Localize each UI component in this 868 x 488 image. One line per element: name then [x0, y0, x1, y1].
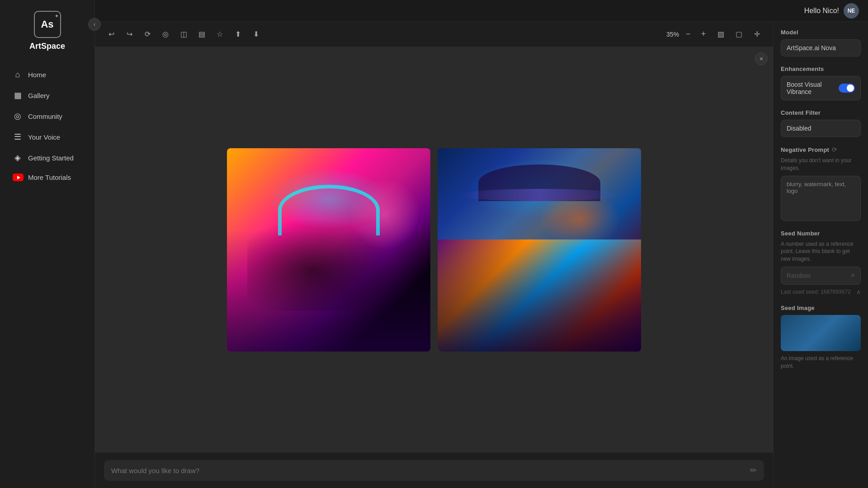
- sidebar-item-label: More Tutorials: [28, 174, 71, 181]
- prompt-input[interactable]: [111, 467, 745, 474]
- logo-box: As ✦: [34, 11, 61, 38]
- seed-image-description: An image used as a reference point.: [781, 355, 861, 370]
- sidebar-item-community[interactable]: ◎ Community: [5, 107, 89, 126]
- sidebar-item-label: Home: [28, 71, 46, 79]
- generated-image-left[interactable]: [227, 148, 430, 352]
- toolbar-right: 35% − + ▨ ▢ ✛: [666, 27, 764, 42]
- prompt-edit-button[interactable]: ✏: [750, 465, 757, 475]
- gallery-icon: ▦: [13, 90, 23, 100]
- download-button[interactable]: ⬇: [249, 27, 263, 42]
- negative-prompt-label: Negative Prompt: [781, 146, 829, 153]
- negative-prompt-section: Negative Prompt ⟳ Details you don't want…: [781, 146, 861, 221]
- last-seed-label: Last used seed: 1687693672: [781, 289, 851, 295]
- content-filter-section: Content Filter Disabled: [781, 109, 861, 137]
- canvas-wrapper: ↩ ↪ ⟳ ◎ ◫ ▤ ☆ ⬆ ⬇ 35% − +: [95, 22, 773, 488]
- sidebar-item-home[interactable]: ⌂ Home: [5, 66, 89, 84]
- target-button[interactable]: ◎: [158, 27, 173, 42]
- images-container: [95, 47, 773, 452]
- sidebar-item-label: Your Voice: [28, 133, 60, 141]
- layers-button[interactable]: ▤: [194, 27, 209, 42]
- content-filter-label: Content Filter: [781, 109, 861, 116]
- seed-input-row[interactable]: Random ×: [781, 267, 861, 285]
- seed-image-preview[interactable]: [781, 315, 861, 351]
- boost-toggle[interactable]: [839, 84, 855, 93]
- sidebar-item-label: Getting Started: [28, 154, 74, 162]
- seed-number-description: A number used as a reference point. Leav…: [781, 240, 861, 263]
- logo-text: As: [41, 19, 53, 30]
- right-panel: Model ArtSpace.ai Nova Enhancements Boos…: [773, 22, 868, 488]
- star-button[interactable]: ☆: [212, 27, 227, 42]
- youtube-icon: [13, 174, 23, 181]
- sidebar-item-gallery[interactable]: ▦ Gallery: [5, 86, 89, 105]
- community-icon: ◎: [13, 111, 23, 121]
- app-title: ArtSpace: [29, 42, 65, 51]
- logo-star: ✦: [55, 14, 58, 19]
- seed-number-section: Seed Number A number used as a reference…: [781, 230, 861, 296]
- user-header: Hello Nico! NE: [95, 0, 868, 22]
- zoom-display: 35% − +: [666, 28, 710, 41]
- model-label: Model: [781, 29, 861, 36]
- right-panel-scroll: Model ArtSpace.ai Nova Enhancements Boos…: [774, 22, 868, 488]
- prompt-input-container: ✏: [104, 460, 764, 481]
- sidebar-collapse-button[interactable]: ‹: [88, 18, 101, 31]
- generated-image-right[interactable]: [438, 148, 641, 352]
- redo-button[interactable]: ↪: [122, 27, 137, 42]
- upload-button[interactable]: ⬆: [231, 27, 245, 42]
- sidebar-item-label: Gallery: [28, 92, 50, 99]
- zoom-in-button[interactable]: +: [697, 28, 710, 41]
- sidebar-item-getting-started[interactable]: ◈ Getting Started: [5, 148, 89, 167]
- getting-started-icon: ◈: [13, 153, 23, 163]
- last-seed-row: Last used seed: 1687693672 ∧: [781, 288, 861, 296]
- image-view-button[interactable]: ▨: [713, 27, 728, 42]
- canvas-close-button[interactable]: ×: [755, 52, 768, 65]
- refresh-icon[interactable]: ⟳: [832, 146, 837, 153]
- enhancements-section: Enhancements Boost Visual Vibrance: [781, 66, 861, 100]
- frame-button[interactable]: ▢: [731, 27, 746, 42]
- sidebar-item-your-voice[interactable]: ☰ Your Voice: [5, 127, 89, 146]
- undo-button[interactable]: ↩: [104, 27, 118, 42]
- seed-image-label: Seed Image: [781, 305, 861, 311]
- sidebar-item-more-tutorials[interactable]: More Tutorials: [5, 169, 89, 186]
- negative-prompt-textarea[interactable]: [781, 176, 861, 221]
- canvas-area: ×: [95, 47, 773, 452]
- negative-prompt-header: Negative Prompt ⟳: [781, 146, 861, 153]
- toolbar: ↩ ↪ ⟳ ◎ ◫ ▤ ☆ ⬆ ⬇ 35% − +: [95, 22, 773, 47]
- model-value[interactable]: ArtSpace.ai Nova: [781, 39, 861, 56]
- seed-clear-button[interactable]: ×: [851, 272, 855, 280]
- negative-prompt-description: Details you don't want in your images.: [781, 157, 861, 172]
- close-icon: ×: [760, 55, 763, 62]
- seed-placeholder: Random: [787, 272, 811, 279]
- avatar: NE: [844, 3, 859, 19]
- move-button[interactable]: ✛: [750, 27, 764, 42]
- user-greeting: Hello Nico!: [804, 7, 839, 15]
- enhancements-label: Enhancements: [781, 66, 861, 72]
- enhancement-toggle-row[interactable]: Boost Visual Vibrance: [781, 76, 861, 100]
- content-body: ↩ ↪ ⟳ ◎ ◫ ▤ ☆ ⬆ ⬇ 35% − +: [95, 22, 868, 488]
- home-icon: ⌂: [13, 70, 23, 80]
- logo-container: As ✦ ArtSpace: [29, 11, 65, 51]
- toolbar-left: ↩ ↪ ⟳ ◎ ◫ ▤ ☆ ⬆ ⬇: [104, 27, 263, 42]
- content-filter-value[interactable]: Disabled: [781, 120, 861, 137]
- history-button[interactable]: ⟳: [140, 27, 155, 42]
- eraser-button[interactable]: ◫: [176, 27, 191, 42]
- seed-collapse-button[interactable]: ∧: [856, 288, 861, 296]
- your-voice-icon: ☰: [13, 132, 23, 142]
- seed-image-section: Seed Image An image used as a reference …: [781, 305, 861, 370]
- sidebar-item-label: Community: [28, 113, 62, 120]
- enhancement-toggle-label: Boost Visual Vibrance: [787, 81, 839, 95]
- nav-items: ⌂ Home ▦ Gallery ◎ Community ☰ Your Voic…: [0, 66, 94, 186]
- zoom-out-button[interactable]: −: [682, 28, 694, 41]
- prompt-area: ✏: [95, 452, 773, 488]
- model-section: Model ArtSpace.ai Nova: [781, 29, 861, 56]
- zoom-level: 35%: [666, 31, 679, 38]
- content-wrapper: Hello Nico! NE ↩ ↪ ⟳ ◎ ◫ ▤ ☆: [95, 0, 868, 488]
- seed-number-label: Seed Number: [781, 230, 861, 237]
- sidebar: As ✦ ArtSpace ‹ ⌂ Home ▦ Gallery ◎ Commu…: [0, 0, 95, 488]
